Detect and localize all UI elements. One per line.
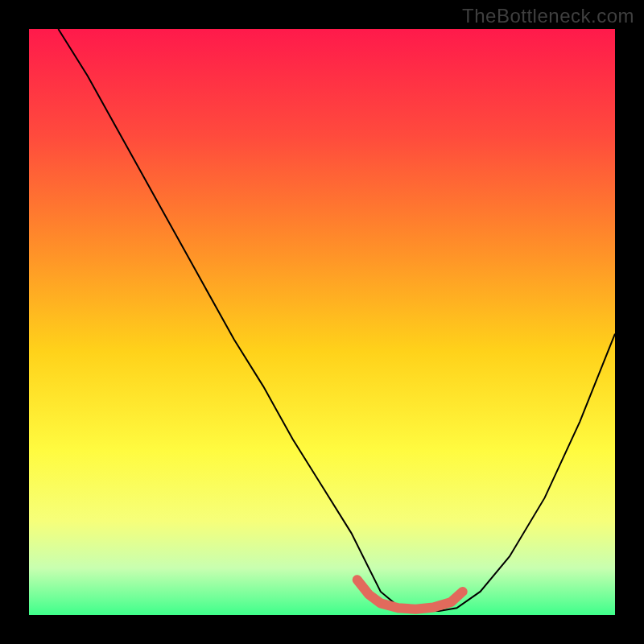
bottleneck-curve (58, 29, 615, 611)
highlight-band (357, 580, 463, 609)
curve-svg (29, 29, 615, 615)
watermark-text: TheBottleneck.com (462, 5, 634, 27)
gradient-plot-area (29, 29, 615, 615)
chart-frame: TheBottleneck.com (0, 0, 644, 644)
